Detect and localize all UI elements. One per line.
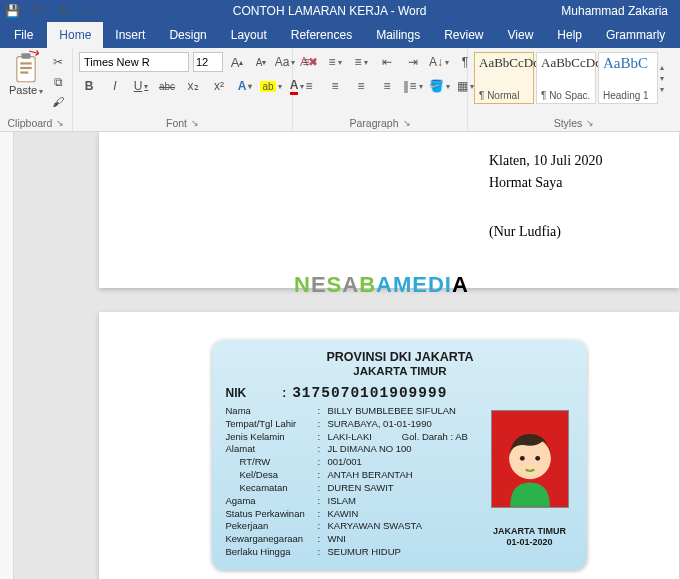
ktp-kawin-label: Status Perkawinan (226, 508, 318, 521)
tab-home[interactable]: Home (47, 22, 103, 48)
italic-button[interactable]: I (105, 76, 125, 96)
tab-mailings[interactable]: Mailings (364, 22, 432, 48)
font-launcher-icon[interactable]: ↘ (191, 118, 199, 128)
tab-grammarly[interactable]: Grammarly (594, 22, 677, 48)
ktp-nik-label: NIK (226, 386, 247, 400)
svg-rect-4 (20, 71, 28, 73)
paragraph-launcher-icon[interactable]: ↘ (403, 118, 411, 128)
vertical-ruler[interactable] (0, 132, 14, 579)
doc-sender: (Nur Ludfia) (489, 221, 609, 243)
text-effects-button[interactable]: A (235, 76, 255, 96)
ktp-kawin: KAWIN (328, 508, 575, 521)
page-2[interactable]: PROVINSI DKI JAKARTA JAKARTA TIMUR NIK:3… (99, 312, 679, 579)
superscript-button[interactable]: x² (209, 76, 229, 96)
ktp-berlaku-label: Berlaku Hingga (226, 546, 318, 559)
format-painter-icon[interactable]: 🖌 (50, 94, 66, 110)
tab-references[interactable]: References (279, 22, 364, 48)
ktp-sign-place: JAKARTA TIMUR (483, 526, 577, 537)
font-name-input[interactable] (79, 52, 189, 72)
user-name[interactable]: Muhammad Zakaria (561, 4, 676, 18)
ktp-sign-date: 01-01-2020 (483, 537, 577, 548)
avatar-icon (497, 425, 563, 507)
ktp-nik: 3175070101909999 (292, 385, 447, 401)
subscript-button[interactable]: x₂ (183, 76, 203, 96)
align-right-button[interactable]: ≡ (351, 76, 371, 96)
increase-indent-button[interactable]: ⇥ (403, 52, 423, 72)
page-1[interactable]: Klaten, 10 Juli 2020 Hormat Saya (Nur Lu… (99, 132, 679, 288)
tab-view[interactable]: View (496, 22, 546, 48)
tab-insert[interactable]: Insert (103, 22, 157, 48)
group-styles-label: Styles (554, 117, 583, 129)
tab-file-label: File (14, 28, 33, 42)
line-spacing-button[interactable]: ‖≡ (403, 76, 423, 96)
style-normal[interactable]: AaBbCcDd ¶ Normal (474, 52, 534, 104)
group-paragraph-label: Paragraph (349, 117, 398, 129)
sort-button[interactable]: A↓ (429, 52, 449, 72)
style-name: Heading 1 (603, 90, 653, 101)
style-heading1[interactable]: AaBbC Heading 1 (598, 52, 658, 104)
document-area[interactable]: Klaten, 10 Juli 2020 Hormat Saya (Nur Lu… (0, 132, 680, 579)
svg-rect-2 (20, 62, 31, 64)
ktp-warga-label: Kewarganegaraan (226, 533, 318, 546)
styles-launcher-icon[interactable]: ↘ (586, 118, 594, 128)
highlight-icon: ab (260, 81, 275, 92)
style-no-spacing[interactable]: AaBbCcDd ¶ No Spac... (536, 52, 596, 104)
style-name: ¶ No Spac... (541, 90, 591, 101)
grow-font-label: A (231, 55, 240, 70)
clipboard-launcher-icon[interactable]: ↘ (56, 118, 64, 128)
ktp-gol-label: Gol. Darah : (402, 431, 453, 442)
change-case-button[interactable]: Aa (275, 52, 295, 72)
ktp-agama-label: Agama (226, 495, 318, 508)
grow-font-button[interactable]: A▴ (227, 52, 247, 72)
bullets-button[interactable]: ≡ (299, 52, 319, 72)
ktp-photo (491, 410, 569, 508)
ktp-keldesa-label: Kel/Desa (226, 469, 318, 482)
qat-customize-icon[interactable]: ▾ (82, 3, 98, 19)
justify-button[interactable]: ≡ (377, 76, 397, 96)
titlebar: 💾 ↶ ↻ ▾ CONTOH LAMARAN KERJA - Word Muha… (0, 0, 680, 22)
tab-layout[interactable]: Layout (219, 22, 279, 48)
tab-design[interactable]: Design (157, 22, 218, 48)
ktp-alamat-label: Alamat (226, 443, 318, 456)
multilevel-button[interactable]: ≡ (351, 52, 371, 72)
ktp-jk: LAKI-LAKI (328, 431, 372, 442)
shrink-font-button[interactable]: A▾ (251, 52, 271, 72)
strikethrough-button[interactable]: abc (157, 76, 177, 96)
doc-hormat: Hormat Saya (489, 172, 609, 194)
ktp-nama-label: Nama (226, 405, 318, 418)
paste-icon (12, 52, 40, 84)
decrease-indent-button[interactable]: ⇤ (377, 52, 397, 72)
cut-icon[interactable]: ✂ (50, 54, 66, 70)
style-name: ¶ Normal (479, 90, 529, 101)
copy-icon[interactable]: ⧉ (50, 74, 66, 90)
paste-button[interactable]: Paste (6, 52, 46, 96)
undo-icon[interactable]: ↶ (30, 3, 46, 19)
tab-help[interactable]: Help (545, 22, 594, 48)
tab-review[interactable]: Review (432, 22, 495, 48)
numbering-button[interactable]: ≡ (325, 52, 345, 72)
align-left-button[interactable]: ≡ (299, 76, 319, 96)
ribbon: Paste ✂ ⧉ 🖌 Clipboard↘ A▴ A▾ Aa A✖ B I (0, 48, 680, 132)
svg-point-8 (535, 456, 540, 461)
styles-more-button[interactable]: ▴▾▾ (660, 52, 674, 104)
font-size-input[interactable] (193, 52, 223, 72)
underline-button[interactable]: U (131, 76, 151, 96)
shading-button[interactable]: 🪣 (429, 76, 449, 96)
svg-rect-0 (17, 57, 35, 82)
doc-date-place: Klaten, 10 Juli 2020 (489, 150, 609, 172)
shrink-font-label: A (256, 57, 263, 68)
save-icon[interactable]: 💾 (4, 3, 20, 19)
align-center-button[interactable]: ≡ (325, 76, 345, 96)
style-preview: AaBbCcDd (479, 55, 529, 71)
paste-label: Paste (9, 84, 43, 96)
tab-file[interactable]: File↘ (0, 22, 47, 48)
redo-icon[interactable]: ↻ (56, 3, 72, 19)
ktp-sign-block: JAKARTA TIMUR 01-01-2020 (483, 526, 577, 548)
window-title: CONTOH LAMARAN KERJA - Word (98, 4, 561, 18)
svg-point-7 (519, 456, 524, 461)
ktp-ttl-label: Tempat/Tgl Lahir (226, 418, 318, 431)
ktp-jk-label: Jenis Kelamin (226, 431, 318, 444)
bold-button[interactable]: B (79, 76, 99, 96)
group-font-label: Font (166, 117, 187, 129)
highlight-button[interactable]: ab (261, 76, 281, 96)
